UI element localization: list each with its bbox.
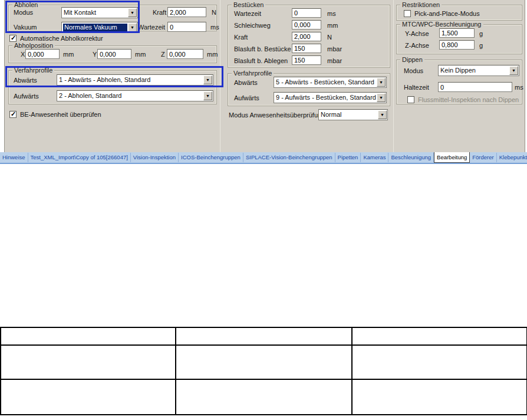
tab-icos-beinchengruppen[interactable]: ICOS-Beinchengruppen: [179, 153, 243, 162]
group-dippen-title: Dippen: [400, 56, 424, 63]
tab-foerderer[interactable]: Förderer: [470, 153, 496, 162]
chevron-down-icon[interactable]: ▼: [377, 78, 386, 87]
haltezeit-unit: ms: [515, 84, 523, 91]
group-abholposition: Abholposition X mm Y mm Z mm: [8, 45, 217, 63]
group-dippen: Dippen Modus Kein Dippen ▼ Haltezeit ms …: [396, 60, 522, 104]
anwesenheitsmodus-label: Modus Anwesenheitsüberprüfung:: [229, 111, 327, 119]
aufwaerts-label: Aufwärts: [14, 93, 39, 100]
wartezeit-label: Wartezeit: [138, 24, 165, 31]
wartezeit-unit: ms: [210, 24, 219, 31]
blasluft-bestuecke-input[interactable]: [292, 44, 321, 53]
tab-kameras[interactable]: Kameras: [361, 153, 388, 162]
kraft-label: Kraft: [153, 9, 166, 16]
bestuecken-row-unit: N: [327, 34, 332, 41]
z-achse-input[interactable]: [439, 40, 475, 50]
haltezeit-label: Haltezeit: [404, 84, 429, 91]
x-input[interactable]: [25, 49, 60, 59]
y-input[interactable]: [97, 49, 131, 59]
tab-test-xml-import[interactable]: Test_XML_Import\Copy of 105[266047]: [28, 153, 131, 162]
pick-and-place-label: Pick-and-Place-Modus: [414, 10, 480, 17]
bestuecken-wartezeit-input[interactable]: [292, 8, 321, 18]
tab-hinweise[interactable]: Hinweise: [0, 153, 28, 162]
bestuecken-row-label: Kraft: [234, 34, 248, 41]
y-label: Y: [93, 51, 97, 58]
y-achse-unit: g: [479, 30, 483, 37]
chevron-down-icon[interactable]: ▼: [203, 91, 212, 100]
schleichweg-input[interactable]: [292, 20, 321, 29]
empty-table: [0, 327, 527, 415]
y-achse-input[interactable]: [439, 28, 475, 38]
dippen-modus-value: Kein Dippen: [440, 67, 509, 74]
chevron-down-icon[interactable]: ▼: [378, 110, 387, 119]
aufwaerts-label: Aufwärts: [234, 94, 259, 101]
flussmittel-inspektion-checkbox[interactable]: [407, 96, 414, 103]
table-cell[interactable]: [1, 327, 176, 345]
bestuecken-row-unit: mm: [327, 22, 338, 29]
wartezeit-input[interactable]: [167, 22, 206, 32]
abwaerts-label: Abwärts: [234, 79, 258, 86]
table-cell[interactable]: [352, 345, 527, 379]
kraft-input[interactable]: [167, 7, 206, 17]
highlight-box-abholen: [5, 1, 140, 33]
aufwaerts-dropdown-value: 2 - Abholen, Standard: [59, 92, 203, 99]
bestuecken-kraft-input[interactable]: [292, 32, 321, 41]
haltezeit-input[interactable]: [438, 82, 512, 92]
aufwaerts-dropdown[interactable]: 2 - Abholen, Standard ▼: [57, 90, 213, 101]
group-restriktionen-title: Restriktionen: [400, 1, 442, 8]
table-cell[interactable]: [176, 327, 352, 345]
column-divider: [393, 0, 394, 152]
dippen-modus-dropdown[interactable]: Kein Dippen ▼: [438, 65, 519, 76]
table-cell[interactable]: [176, 345, 352, 379]
tab-klebepunkte[interactable]: Klebepunkte: [497, 153, 527, 162]
bearbeitung-screen: Abholen Modus Mit Kontakt ▼ Vakuum Norma…: [0, 0, 527, 420]
bestuecken-row-unit: mbar: [327, 57, 342, 64]
bestuecken-row-label: Wartezeit: [234, 10, 261, 17]
z-unit: mm: [207, 51, 218, 58]
blasluft-ablegen-input[interactable]: [292, 55, 321, 65]
group-bestuecken-title: Bestücken: [232, 1, 265, 8]
tab-vision-inspektion[interactable]: Vision-Inspektion: [131, 153, 179, 162]
table-cell[interactable]: [176, 379, 352, 415]
bestuecken-row-unit: ms: [327, 10, 336, 17]
tab-bar: Hinweise Test_XML_Import\Copy of 105[266…: [0, 152, 527, 164]
group-verfahrprofile-bestuecken: Verfahrprofile Abwärts 5 - Abwärts - Bes…: [228, 73, 390, 106]
z-achse-label: Z-Achse: [405, 42, 429, 49]
be-anwesenheit-label: BE-Anwesenheit überprüfen: [20, 111, 101, 118]
x-label: X: [21, 51, 25, 58]
abholkorrektur-label: Automatische Abholkorrektur: [20, 35, 103, 42]
bestuecken-row-unit: mbar: [327, 45, 342, 52]
bestuecken-row-label: Schleichweg: [234, 22, 271, 29]
tab-siplace-vision-beinchengruppen[interactable]: SIPLACE-Vision-Beinchengruppen: [243, 153, 335, 162]
x-unit: mm: [63, 51, 74, 58]
group-mtc-wpc: MTC/WPC-Beschleunigung Y-Achse g Z-Achse…: [396, 24, 522, 54]
abholkorrektur-checkbox[interactable]: [9, 35, 17, 42]
table-row: [1, 379, 527, 415]
flussmittel-inspektion-label: Flussmittel-Inspektion nach Dippen: [418, 96, 519, 103]
tab-beschleunigung[interactable]: Beschleunigung: [388, 153, 434, 162]
be-anwesenheit-checkbox[interactable]: [9, 111, 17, 118]
bestuecken-row-label: Blasluft b. Ablegen: [234, 57, 288, 64]
table-cell[interactable]: [352, 327, 527, 345]
table-cell[interactable]: [1, 379, 176, 415]
bestuecken-row-label: Blasluft b. Bestücke: [234, 45, 291, 52]
tab-pipetten[interactable]: Pipetten: [335, 153, 361, 162]
table-cell[interactable]: [352, 379, 527, 415]
group-mtc-wpc-title: MTC/WPC-Beschleunigung: [400, 21, 483, 28]
y-unit: mm: [135, 51, 146, 58]
aufwaerts-dropdown-value: 9 - Aufwärts - Bestücken, Standard: [276, 94, 376, 101]
pick-and-place-checkbox[interactable]: [404, 10, 411, 17]
highlight-box-verfahrprofile: [5, 66, 223, 87]
tab-bearbeitung[interactable]: Bearbeitung: [434, 152, 470, 163]
aufwaerts-bestuecken-dropdown[interactable]: 9 - Aufwärts - Bestücken, Standard ▼: [274, 92, 387, 103]
group-restriktionen: Restriktionen Pick-and-Place-Modus: [396, 5, 522, 21]
abwaerts-bestuecken-dropdown[interactable]: 5 - Abwärts - Bestücken, Standard ▼: [274, 77, 387, 88]
chevron-down-icon[interactable]: ▼: [377, 93, 386, 102]
group-bestuecken: Bestücken Wartezeit ms Schleichweg mm Kr…: [228, 5, 390, 68]
table-cell[interactable]: [1, 345, 176, 379]
chevron-down-icon[interactable]: ▼: [509, 66, 518, 75]
anwesenheitsmodus-dropdown[interactable]: Normal ▼: [318, 109, 388, 120]
z-label: Z: [161, 51, 165, 58]
group-verfahrprofile-title: Verfahrprofile: [232, 70, 274, 77]
group-abholposition-title: Abholposition: [12, 42, 55, 49]
z-input[interactable]: [167, 49, 203, 59]
